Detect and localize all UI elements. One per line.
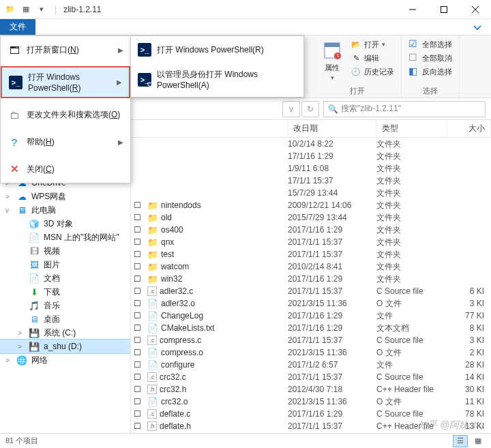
- file-row[interactable]: ☐📄ChangeLog2017/1/16 1:29文件77 KI: [131, 310, 491, 322]
- close-menu-item[interactable]: ✕ 关闭(C): [1, 158, 130, 180]
- open-powershell-submenu-item[interactable]: >_ 打开 Windows PowerShell(R): [131, 39, 303, 61]
- select-none-button[interactable]: ☐全部取消: [406, 52, 455, 64]
- history-button[interactable]: 🕘历史记录: [348, 65, 397, 78]
- tree-item[interactable]: >☁WPS网盘: [0, 190, 130, 203]
- file-row[interactable]: 17/1/16 1:29文件夹: [131, 150, 491, 162]
- date-column-header[interactable]: 改日期: [288, 120, 376, 137]
- tree-item[interactable]: >🌐网络: [0, 353, 130, 367]
- edit-button[interactable]: ✎编辑: [348, 52, 397, 64]
- file-row[interactable]: ☐📁watcom2010/2/14 8:41文件夹: [131, 260, 491, 273]
- file-icon: 📄: [147, 298, 158, 309]
- help-menu-item[interactable]: ? 帮助(H) ▶: [1, 131, 130, 153]
- file-name: ChangeLog: [161, 311, 203, 320]
- file-date: 2017/1/16 1:29: [288, 323, 376, 333]
- row-checkbox[interactable]: ☐: [134, 421, 145, 431]
- file-row[interactable]: 15/7/29 13:44文件夹: [131, 187, 491, 199]
- c-file-icon: .c: [147, 335, 157, 345]
- file-row[interactable]: ☐📄crc32.o2021/3/15 11:36O 文件11 KI: [131, 395, 491, 408]
- file-row[interactable]: 17/1/1 15:37文件夹: [131, 175, 491, 187]
- row-checkbox[interactable]: ☐: [134, 299, 145, 308]
- minimize-button[interactable]: [397, 0, 428, 19]
- file-row[interactable]: ☐📁test2017/1/1 15:37文件夹: [131, 248, 491, 260]
- row-checkbox[interactable]: ☐: [134, 286, 145, 296]
- tree-item[interactable]: 📄文档: [0, 271, 130, 285]
- file-row[interactable]: 10/2/14 8:22文件夹: [131, 138, 491, 150]
- tree-item-label: 网络: [31, 355, 48, 366]
- row-checkbox[interactable]: ☐: [134, 250, 145, 259]
- new-window-menu-item[interactable]: 🗔 打开新窗口(N) ▶: [1, 39, 130, 61]
- row-checkbox[interactable]: ☐: [134, 213, 145, 222]
- type-column-header[interactable]: 类型: [376, 120, 447, 137]
- size-column-header[interactable]: 大小: [447, 120, 491, 137]
- tree-item[interactable]: >💾a_shu (D:): [0, 340, 130, 353]
- search-input[interactable]: 🔍 搜索"zlib-1.2.11": [323, 101, 486, 117]
- file-row[interactable]: ☐.hcrc32.h2012/4/30 7:18C++ Header file3…: [131, 383, 491, 395]
- file-row[interactable]: ☐📄CMakeLists.txt2017/1/16 1:29文本文档8 KI: [131, 322, 491, 334]
- tree-item[interactable]: 🖼图片: [0, 258, 130, 271]
- file-row[interactable]: ☐.hdeflate.h2017/1/1 15:37C++ Header fil…: [131, 420, 491, 432]
- tree-item[interactable]: >💾系统 (C:): [0, 326, 130, 340]
- file-row[interactable]: ☐.ccompress.c2017/1/1 15:37C Source file…: [131, 334, 491, 346]
- file-type: 文件夹: [376, 175, 447, 187]
- folder-icon[interactable]: 📁: [3, 2, 18, 17]
- open-button[interactable]: 📂打开 ▾: [348, 38, 397, 50]
- row-checkbox[interactable]: ☐: [134, 237, 145, 247]
- tree-item[interactable]: 🎞视频: [0, 244, 130, 258]
- file-date: 17/1/16 1:29: [288, 151, 376, 161]
- file-row[interactable]: ☐📄compress.o2021/3/15 11:36O 文件2 KI: [131, 346, 491, 359]
- file-list[interactable]: 改日期 类型 大小 10/2/14 8:22文件夹17/1/16 1:29文件夹…: [131, 120, 491, 433]
- row-checkbox[interactable]: ☐: [134, 385, 145, 394]
- row-checkbox[interactable]: ☐: [134, 372, 145, 382]
- file-row[interactable]: ☐.ccrc32.c2017/1/1 15:37C Source file14 …: [131, 371, 491, 383]
- row-checkbox[interactable]: ☐: [134, 225, 145, 235]
- tree-item[interactable]: 📄MSN 上的"我的网站": [0, 230, 130, 244]
- qat-dropdown-icon[interactable]: ▾: [34, 2, 49, 17]
- icons-view-button[interactable]: ▦: [471, 435, 486, 447]
- tree-item[interactable]: 🖥桌面: [0, 312, 130, 326]
- tree-item[interactable]: ⬇下载: [0, 285, 130, 299]
- tree-item[interactable]: v🖥此电脑: [0, 203, 130, 217]
- row-checkbox[interactable]: ☐: [134, 262, 145, 271]
- tree-item[interactable]: 🎵音乐: [0, 299, 130, 312]
- file-row[interactable]: ☐📁old2015/7/29 13:44文件夹: [131, 211, 491, 224]
- options-menu-item[interactable]: 🗀 更改文件夹和搜索选项(O): [1, 104, 130, 125]
- select-all-button[interactable]: ☑全部选择: [406, 38, 455, 50]
- tree-item[interactable]: 🧊3D 对象: [0, 217, 130, 230]
- close-button[interactable]: [460, 0, 491, 19]
- maximize-button[interactable]: [428, 0, 460, 19]
- open-powershell-menu-item[interactable]: >_ 打开 Windows PowerShell(R) ▶: [1, 66, 130, 98]
- invert-selection-button[interactable]: ◧反向选择: [406, 65, 455, 78]
- row-checkbox[interactable]: ☐: [134, 348, 145, 357]
- refresh-button[interactable]: ↻: [301, 101, 319, 117]
- file-row[interactable]: ☐.cadler32.c2017/1/1 15:37C Source file6…: [131, 285, 491, 297]
- name-column-header[interactable]: [131, 120, 288, 137]
- file-row[interactable]: ☐.cdeflate.c2017/1/16 1:29C Source file7…: [131, 408, 491, 420]
- file-row[interactable]: ☐📄deflate.o2021/3/15 11:36O 文件24 KI: [131, 432, 491, 433]
- properties-qat-icon[interactable]: ▦: [18, 2, 33, 17]
- row-checkbox[interactable]: ☐: [134, 409, 145, 419]
- file-row[interactable]: ☐📄adler32.o2021/3/15 11:36O 文件3 KI: [131, 297, 491, 310]
- file-row[interactable]: ☐📁nintendods2009/12/21 14:06文件夹: [131, 199, 491, 211]
- file-row[interactable]: ☐📁qnx2017/1/1 15:37文件夹: [131, 236, 491, 248]
- file-row[interactable]: ☐📁win322017/1/16 1:29文件夹: [131, 273, 491, 285]
- row-checkbox[interactable]: ☐: [134, 274, 145, 284]
- file-row[interactable]: ☐📄configure2017/1/2 6:57文件28 KI: [131, 359, 491, 371]
- file-row[interactable]: ☐📁os4002017/1/16 1:29文件夹: [131, 224, 491, 236]
- addr-dropdown-button[interactable]: v: [282, 101, 300, 117]
- properties-button[interactable]: 属性 ▾: [318, 37, 346, 81]
- ribbon-collapse-button[interactable]: [464, 19, 491, 35]
- row-checkbox[interactable]: ☐: [134, 335, 145, 345]
- c-file-icon: .c: [147, 409, 157, 419]
- file-name: test: [161, 250, 174, 259]
- row-checkbox[interactable]: ☐: [134, 323, 145, 333]
- file-list-header[interactable]: 改日期 类型 大小: [131, 120, 491, 138]
- file-tab[interactable]: 文件: [0, 19, 35, 35]
- file-row[interactable]: 1/9/11 6:08文件夹: [131, 162, 491, 175]
- file-size: 78 KI: [447, 409, 491, 419]
- row-checkbox[interactable]: ☐: [134, 360, 145, 370]
- row-checkbox[interactable]: ☐: [134, 397, 145, 406]
- row-checkbox[interactable]: ☐: [134, 200, 145, 210]
- details-view-button[interactable]: ☰: [453, 435, 468, 447]
- row-checkbox[interactable]: ☐: [134, 311, 145, 320]
- open-powershell-admin-submenu-item[interactable]: >_🛡 以管理员身份打开 Windows PowerShell(A): [131, 65, 303, 94]
